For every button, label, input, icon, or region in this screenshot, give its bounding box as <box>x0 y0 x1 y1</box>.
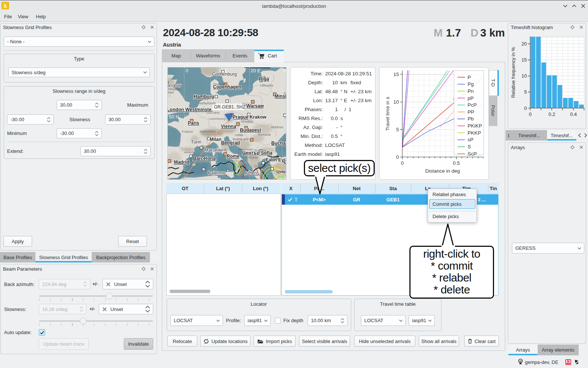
svg-text:Copenhagen: Copenhagen <box>213 84 241 89</box>
svg-text:Man: Man <box>168 91 174 94</box>
svg-text:PP: PP <box>468 109 474 115</box>
svg-text:Greece: Greece <box>254 164 266 168</box>
svg-text:0: 0 <box>186 68 188 73</box>
svg-text:Gothenburg: Gothenburg <box>212 72 237 77</box>
svg-text:pP: pP <box>468 95 474 101</box>
svg-text:0.4: 0.4 <box>570 111 577 117</box>
svg-text:0: 0 <box>524 106 527 111</box>
svg-text:Uk: Uk <box>284 115 286 119</box>
svg-text:Rome: Rome <box>227 154 240 159</box>
svg-text:0: 0 <box>396 154 399 160</box>
svg-text:Lithuania: Lithuania <box>260 84 273 87</box>
svg-text:Netherlands: Netherlands <box>199 101 216 105</box>
svg-text:10: 10 <box>522 73 527 79</box>
svg-text:Pn: Pn <box>468 88 474 94</box>
svg-text:Pb: Pb <box>468 116 474 122</box>
svg-text:Paris: Paris <box>188 120 199 126</box>
svg-text:Buchares: Buchares <box>271 141 286 146</box>
svg-text:PKKP: PKKP <box>468 130 481 136</box>
svg-text:0.2: 0.2 <box>548 111 555 117</box>
svg-text:20 E: 20 E <box>251 68 261 73</box>
svg-text:Milan: Milan <box>210 137 221 142</box>
svg-text:GR.GEB1..SHZ: GR.GEB1..SHZ <box>214 104 245 110</box>
svg-text:5: 5 <box>524 89 527 95</box>
svg-text:0: 0 <box>401 160 404 166</box>
svg-text:London Westminste.: London Westminste. <box>168 107 213 112</box>
svg-text:Budapest: Budapest <box>240 128 262 133</box>
svg-text:15: 15 <box>522 57 527 63</box>
svg-text:Marseille: Marseille <box>204 148 223 153</box>
svg-text:Beograd: Beograd <box>221 140 240 145</box>
svg-text:Minsk: Minsk <box>274 94 286 99</box>
svg-text:Slovakia: Slovakia <box>241 120 253 123</box>
svg-text:50 N: 50 N <box>169 114 179 120</box>
svg-text:Madrid: Madrid <box>174 160 189 165</box>
svg-text:France: France <box>182 129 193 133</box>
svg-text:Monaco: Monaco <box>201 144 211 148</box>
svg-text:Prague: Prague <box>233 114 248 120</box>
svg-text:roatia: roatia <box>235 133 243 137</box>
svg-text:0: 0 <box>529 111 531 117</box>
svg-text:Distance in deg: Distance in deg <box>425 168 460 174</box>
svg-text:PcP: PcP <box>468 102 477 108</box>
svg-text:20: 20 <box>522 41 527 47</box>
svg-text:Andorra: Andorra <box>184 151 195 154</box>
svg-text:Athens: Athens <box>245 170 260 176</box>
svg-text:5: 5 <box>396 127 399 132</box>
svg-text:0.5: 0.5 <box>453 160 460 166</box>
svg-text:Riga: Riga <box>259 76 269 82</box>
svg-text:Turin: Turin <box>191 139 201 145</box>
svg-text:Krakow: Krakow <box>249 114 266 120</box>
svg-text:15: 15 <box>393 72 399 77</box>
svg-text:Vienna: Vienna <box>221 124 237 129</box>
svg-text:S: S <box>468 144 471 150</box>
svg-text:Barcelona: Barcelona <box>193 156 216 161</box>
svg-text:Izmir: Izmir <box>276 169 286 174</box>
svg-text:Moldova: Moldova <box>271 125 283 129</box>
svg-text:Travel time in s: Travel time in s <box>385 97 390 130</box>
svg-text:PKiKP: PKiKP <box>468 123 482 129</box>
svg-text:Fatih Eyü: Fatih Eyü <box>266 157 286 163</box>
svg-text:Malta: Malta <box>226 177 233 180</box>
svg-text:Switzerland: Switzerland <box>199 130 215 133</box>
svg-text:3: 3 <box>283 68 286 73</box>
svg-text:Albania: Albania <box>247 155 258 159</box>
svg-text:Palermo: Palermo <box>208 170 226 176</box>
svg-text:Glasgow: Glasgow <box>168 83 181 88</box>
svg-text:Romania: Romania <box>258 133 271 136</box>
svg-text:sP: sP <box>468 137 474 142</box>
svg-text:Hamburg: Hamburg <box>194 94 214 99</box>
svg-text:ScP: ScP <box>468 151 477 157</box>
svg-text:P: P <box>468 75 471 80</box>
svg-text:Relative frequency in %: Relative frequency in % <box>510 47 516 98</box>
svg-text:Pg: Pg <box>468 81 474 87</box>
svg-text:Център Sofia: Център Sofia <box>242 150 273 155</box>
svg-text:Luxembourg: Luxembourg <box>209 117 225 120</box>
svg-text:10: 10 <box>393 99 399 105</box>
svg-text:Warsaw: Warsaw <box>246 103 264 108</box>
